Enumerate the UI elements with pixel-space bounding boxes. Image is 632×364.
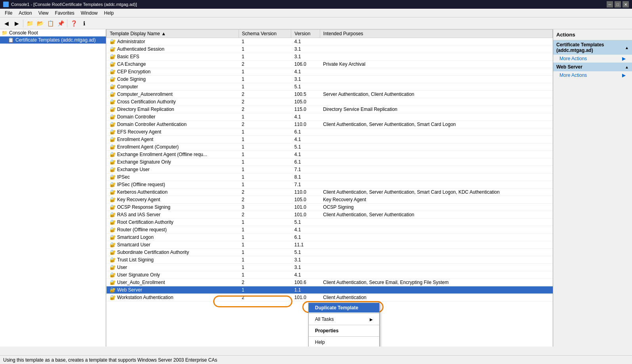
table-row[interactable]: 🔐Basic EFS13.1 <box>107 53 553 61</box>
table-row[interactable]: 🔐User13.1 <box>107 264 553 271</box>
alltasks-arrow: ▶ <box>370 317 373 322</box>
table-row[interactable]: 🔐Key Recovery Agent2105.0Key Recovery Ag… <box>107 196 553 204</box>
table-row[interactable]: 🔐Web Server11.1 <box>107 286 553 294</box>
cert-row-icon: 🔐 <box>110 234 116 240</box>
table-row[interactable]: 🔐EFS Recovery Agent16.1 <box>107 128 553 136</box>
table-row[interactable]: 🔐Computer_Autoenrollment2100.5Server Aut… <box>107 91 553 98</box>
menu-help[interactable]: Help <box>101 10 117 17</box>
table-row[interactable]: 🔐User_Auto_Enrollment2100.6Client Authen… <box>107 279 553 286</box>
table-row[interactable]: 🔐User Signature Only14.1 <box>107 271 553 279</box>
table-row[interactable]: 🔐Cross Certification Authority2105.0 <box>107 98 553 106</box>
status-bar: Using this template as a base, creates a… <box>0 355 632 364</box>
table-row[interactable]: 🔐Exchange Signature Only16.1 <box>107 158 553 166</box>
folder-button[interactable]: 📂 <box>35 19 45 28</box>
context-menu-help[interactable]: Help <box>309 337 379 347</box>
col-header-purposes[interactable]: Intended Purposes <box>320 30 552 38</box>
copy-button[interactable]: 📋 <box>46 19 55 28</box>
title-bar-controls[interactable]: ─ □ ✕ <box>607 1 629 8</box>
table-row[interactable]: 🔐Exchange User17.1 <box>107 166 553 173</box>
console-root-icon: 📁 <box>2 30 8 36</box>
title-bar: Console1 - [Console Root\Certificate Tem… <box>0 0 632 9</box>
col-header-version[interactable]: Version <box>291 30 320 38</box>
context-menu-duplicate[interactable]: Duplicate Template <box>309 303 379 313</box>
arrow-right-icon-1: ▶ <box>622 56 626 61</box>
arrow-right-icon-2: ▶ <box>622 72 626 78</box>
table-row[interactable]: 🔐Authenticated Session13.1 <box>107 46 553 53</box>
cert-row-icon: 🔐 <box>110 69 116 74</box>
cert-row-icon: 🔐 <box>110 295 116 300</box>
table-row[interactable]: 🔐Administrator14.1 <box>107 38 553 46</box>
actions-section-cert-templates[interactable]: Certificate Templates (addc.mtgag.ad) ▲ <box>553 40 632 55</box>
table-row[interactable]: 🔐Domain Controller14.1 <box>107 113 553 121</box>
context-menu-alltasks[interactable]: All Tasks ▶ <box>309 314 379 324</box>
table-row[interactable]: 🔐Subordinate Certification Authority15.1 <box>107 249 553 256</box>
cert-row-icon: 🔐 <box>110 287 116 293</box>
table-row[interactable]: 🔐Domain Controller Authentication2110.0C… <box>107 121 553 128</box>
table-row[interactable]: 🔐Trust List Signing13.1 <box>107 256 553 264</box>
cert-row-icon: 🔐 <box>110 174 116 180</box>
title-bar-left: Console1 - [Console Root\Certificate Tem… <box>3 2 137 7</box>
table-row[interactable]: 🔐Directory Email Replication2115.0Direct… <box>107 106 553 113</box>
table-row[interactable]: 🔐CA Exchange2106.0Private Key Archival <box>107 61 553 68</box>
cert-templates-table: Template Display Name ▲ Schema Version V… <box>106 29 553 301</box>
tree-item-console-root[interactable]: 📁 Console Root <box>0 29 106 36</box>
table-row[interactable]: 🔐Computer15.1 <box>107 83 553 91</box>
menu-file[interactable]: File <box>2 10 15 17</box>
table-row[interactable]: 🔐IPSec (Offline request)17.1 <box>107 181 553 189</box>
table-row[interactable]: 🔐CEP Encryption14.1 <box>107 68 553 76</box>
back-button[interactable]: ◀ <box>2 19 11 28</box>
tree-item-cert-templates[interactable]: 📋 Certificate Templates (addc.mtgag.ad) <box>0 36 106 44</box>
help-button[interactable]: ❓ <box>69 19 78 28</box>
close-button[interactable]: ✕ <box>622 1 629 8</box>
table-row[interactable]: 🔐IPSec18.1 <box>107 173 553 181</box>
table-row[interactable]: 🔐Smartcard User111.1 <box>107 241 553 249</box>
info-button[interactable]: ℹ <box>79 19 89 28</box>
cert-row-icon: 🔐 <box>110 61 116 67</box>
cert-row-icon: 🔐 <box>110 272 116 278</box>
context-menu-properties[interactable]: Properties <box>309 326 379 335</box>
window-title: Console1 - [Console Root\Certificate Tem… <box>11 2 137 7</box>
menu-favorites[interactable]: Favorites <box>52 10 78 17</box>
context-menu-sep-1 <box>309 313 379 314</box>
col-header-schema[interactable]: Schema Version <box>239 30 291 38</box>
table-row[interactable]: 🔐Smartcard Logon16.1 <box>107 234 553 241</box>
cert-row-icon: 🔐 <box>110 114 116 120</box>
up-button[interactable]: 📁 <box>25 19 34 28</box>
actions-section-webserver[interactable]: Web Server ▲ <box>553 63 632 71</box>
menu-window[interactable]: Window <box>78 10 101 17</box>
paste-button[interactable]: 📌 <box>56 19 65 28</box>
cert-templates-icon: 📋 <box>8 37 14 43</box>
table-row[interactable]: 🔐Code Signing13.1 <box>107 76 553 83</box>
cert-row-icon: 🔐 <box>110 39 116 44</box>
table-row[interactable]: 🔐Enrollment Agent (Computer)15.1 <box>107 143 553 151</box>
cert-row-icon: 🔐 <box>110 182 116 187</box>
table-row[interactable]: 🔐Workstation Authentication2101.0Client … <box>107 294 553 301</box>
cert-row-icon: 🔐 <box>110 76 116 82</box>
cert-row-icon: 🔐 <box>110 129 116 135</box>
cert-row-icon: 🔐 <box>110 152 116 157</box>
table-row[interactable]: 🔐RAS and IAS Server2101.0Client Authenti… <box>107 211 553 219</box>
table-row[interactable]: 🔐Root Certification Authority15.1 <box>107 219 553 226</box>
menu-bar: File Action View Favorites Window Help <box>0 9 632 17</box>
table-row[interactable]: 🔐Exchange Enrollment Agent (Offline requ… <box>107 151 553 158</box>
actions-more-actions-1[interactable]: More Actions ▶ <box>553 55 632 63</box>
col-header-name[interactable]: Template Display Name ▲ <box>107 30 239 38</box>
menu-view[interactable]: View <box>35 10 52 17</box>
maximize-button[interactable]: □ <box>615 1 621 8</box>
table-row[interactable]: 🔐OCSP Response Signing3101.0OCSP Signing <box>107 204 553 211</box>
sort-indicator: ▲ <box>161 31 166 36</box>
actions-title: Actions <box>553 29 632 40</box>
cert-row-icon: 🔐 <box>110 91 116 97</box>
table-row[interactable]: 🔐Router (Offline request)14.1 <box>107 226 553 234</box>
menu-action[interactable]: Action <box>15 10 35 17</box>
cert-row-icon: 🔐 <box>110 197 116 202</box>
actions-panel: Actions Certificate Templates (addc.mtga… <box>553 29 632 347</box>
context-menu: Duplicate Template All Tasks ▶ Propertie… <box>308 303 380 347</box>
forward-button[interactable]: ▶ <box>12 19 21 28</box>
toolbar-separator-2 <box>67 19 67 27</box>
cert-row-icon: 🔐 <box>110 242 116 248</box>
table-row[interactable]: 🔐Enrollment Agent14.1 <box>107 136 553 143</box>
table-row[interactable]: 🔐Kerberos Authentication2110.0Client Aut… <box>107 189 553 196</box>
minimize-button[interactable]: ─ <box>607 1 613 8</box>
actions-more-actions-2[interactable]: More Actions ▶ <box>553 71 632 79</box>
